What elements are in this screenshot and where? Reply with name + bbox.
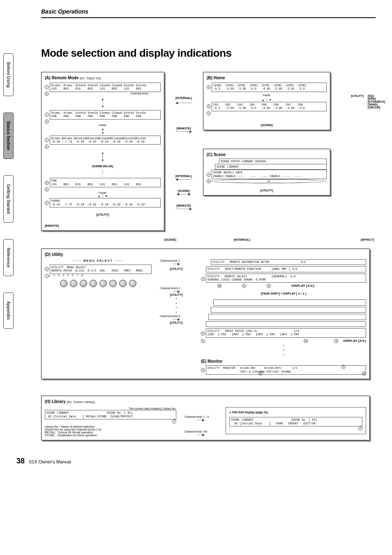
knob-3-icon (80, 280, 87, 287)
mid-effect: [EFFECT] (361, 238, 374, 241)
stack-b: 4 UTILITY INPUT PATCH (IN1-4) 1/8 [AD1 ]… (201, 299, 366, 343)
tab-appendix[interactable]: Appendix (3, 292, 14, 329)
ref-b2b: 2 (207, 111, 211, 115)
ref-b2: 2 (207, 85, 211, 89)
knob-4-icon (90, 280, 97, 287)
book-title: 01X Owner's Manual (29, 459, 71, 464)
ref-d7: 7 (45, 274, 49, 278)
lcd-sb-3 (208, 314, 366, 320)
ref-da8: 8 (267, 284, 271, 288)
internal-label-top: [INTERNAL] (169, 97, 198, 99)
knob-5-icon (99, 280, 107, 287)
page-shift-label: [PAGE SHIFT] + DISPLAY [ ∧ / ∨ ] (201, 292, 366, 295)
panel-remote-mode: (A) Remote Mode (Ex. SQ01 V2) 1 Drums- D… (41, 72, 164, 231)
utility-label-c: [UTILITY] (207, 189, 327, 192)
ref-h7b: 7 (358, 426, 362, 431)
ref-c6: 6 (207, 179, 211, 183)
knob-6-icon (109, 280, 117, 287)
remote-label-mid: [REMOTE] (169, 127, 198, 130)
panel-h-title: (H) Library (45, 399, 66, 404)
ref-1c: 1 (45, 138, 49, 142)
ref-da9: 9 (242, 284, 246, 288)
ref-1b: 1 (45, 113, 49, 117)
fader-label-b: Fader (207, 94, 327, 97)
panel-b-title: (B) Home (207, 76, 327, 80)
lcd-h1: SCENE LIBRARY SCENE No. [ 01] 02 [Initia… (45, 410, 176, 419)
page-title: Mode selection and display indications (41, 47, 376, 60)
page-footer: 38 01X Owner's Manual (16, 457, 376, 465)
lcd-stack-a3: UTILITY REMOTE SELECT [GENERAL] 1/3 GENE… (206, 274, 366, 283)
right-annotations: [UTILITY] [EQ] [PAN] [DYNAMICS] [SEND] [… (351, 94, 392, 109)
knob-1-icon (60, 280, 67, 287)
ref-2a: 2 (45, 145, 49, 149)
ref-b3: 3 (207, 104, 211, 108)
num-strip: 1 2 3 4 5 6 7 8 (49, 274, 152, 278)
tab-before-using[interactable]: Before Using (3, 53, 14, 96)
knob-row (45, 280, 152, 287)
tab-reference[interactable]: Reference (3, 239, 14, 276)
lcd-d: UTILITY MENU SELECT REMOTE PATCH W.CLK D… (50, 265, 152, 274)
page-number: 38 (16, 457, 25, 465)
ref-2b: 2 (45, 201, 49, 205)
ref-da4: 4 (201, 277, 205, 281)
channel-knob2-label: Channel knob 2 (160, 287, 193, 290)
panel-scene: (C) Scene SCENE PATCH LIBRARY ASSIGN SCE… (203, 149, 330, 196)
mid-route: [SCENE] [INTERNAL] [EFFECT] (41, 238, 374, 241)
ref-e8: 8 (362, 371, 366, 375)
utility-label-b: [UTILITY] (351, 94, 364, 97)
lcd-a1: Drums- Drums- SteelG SteelG CleanG Clean… (50, 83, 161, 92)
lcd-b2: CH1 CH2 CH3 CH4 CH5 CH6 CH7 CH8 -6.3 -3.… (212, 102, 327, 111)
panel-h-sub: (Ex. Scene Library) (67, 400, 95, 404)
panel-library: (H) Library (Ex. Scene Library) The curr… (41, 396, 370, 440)
knob-7-icon (119, 280, 127, 287)
lcd-c2: SCENE LIBRARY (215, 164, 327, 170)
ref-db4: 4 (201, 332, 205, 336)
panel-d-title: (D) Utility (45, 252, 366, 257)
lcd-a5: FADER -0.10 -7.73 -0.10 -0.10 -0.10 -0.1… (50, 198, 161, 207)
lcd-sb-main: UTILITY INPUT PATCH (IN1-4) 1/8 [AD1 ]→I… (206, 328, 366, 338)
ref-db8: 8 (334, 339, 338, 343)
side-tabs: Before Using Basics Section Getting Star… (3, 53, 16, 329)
lcd-stack-a2: UTILITY SHIFT+REMOTE FUNCTION [GNRL RMT … (206, 266, 366, 272)
mid-scene: [SCENE] (164, 238, 176, 241)
lcd-c1: SCENE PATCH LIBRARY ASSIGN (219, 159, 327, 164)
knob-2-icon (70, 280, 77, 287)
ref-1: 1 (45, 85, 49, 89)
ref-6b: 6 (45, 187, 49, 191)
library-notes: Library No. / Name of desired selection … (45, 425, 176, 437)
stack-a: UTILITY REMOTE AUTOMATION SETUP 3/3 UTIL… (201, 259, 366, 288)
lcd-sb-1 (213, 299, 366, 305)
panel-e-title: (E) Monitor (201, 359, 366, 364)
tab-basics-section[interactable]: Basics Section (3, 113, 14, 159)
lcd-sb-4 (206, 321, 366, 327)
lcd-a4: PAN L63 R63 R15 R63 L63 R63 L63 R63 (50, 178, 161, 187)
utility-d-1: [UTILITY] (160, 267, 193, 270)
channel-knob8-label: Channel knob 8 (160, 315, 193, 318)
utility-d-2: [UTILITY] (160, 293, 193, 296)
panel-a-sub: (Ex. SQ01 V2) (80, 76, 101, 80)
name-value-label: [NAME/VALUE] (45, 165, 161, 168)
panel-home: (B) Home 2 LEVEL LEVEL LEVEL LEVEL LEVEL… (203, 72, 330, 130)
ref-c4: 4 (207, 173, 211, 177)
panel-a-title: (A) Remote Mode (45, 76, 78, 80)
channel-knob1-label: Channel knob 1 (160, 259, 193, 262)
lcd-b1: LEVEL LEVEL LEVEL LEVEL LEVEL LEVEL LEVE… (212, 83, 327, 92)
channel-knob-78: Channel knob 7/8 (184, 430, 217, 433)
lcd-stack-a1: UTILITY REMOTE AUTOMATION SETUP 3/3 (211, 259, 366, 265)
display-arrows-1: DISPLAY [∧/∨] (291, 284, 314, 288)
channel-knob-14: Channel knob 1 - 4 (184, 415, 217, 418)
scene-label-c: [SCENE] (169, 189, 198, 192)
current-lib-note: The current (last recalled) Library No. (45, 407, 176, 410)
knob-8-icon (129, 280, 136, 287)
running-header: Basic Operations (41, 8, 376, 18)
ref-5b: 5 (45, 181, 49, 185)
lcd-a3: Drums-0Drums-0SteelG0SteelG0CleanG0Clean… (50, 136, 161, 145)
utility-label-a: [UTILITY] (45, 213, 161, 216)
tab-getting-started[interactable]: Getting Started (3, 175, 14, 222)
panel-utility: (D) Utility ─── MENU SELECT ─── 4 UTILIT… (41, 249, 370, 379)
ref-db10: 10 (304, 339, 308, 343)
menu-select-label: ─── MENU SELECT ─── (45, 259, 152, 262)
lcd-a2: Drums- Drums- SteelG SteelG CleanG Clean… (50, 110, 161, 120)
title-edit-heading: ● Title Edit display (page 41) (229, 411, 362, 414)
scene-label-b: [SCENE] (207, 124, 327, 127)
